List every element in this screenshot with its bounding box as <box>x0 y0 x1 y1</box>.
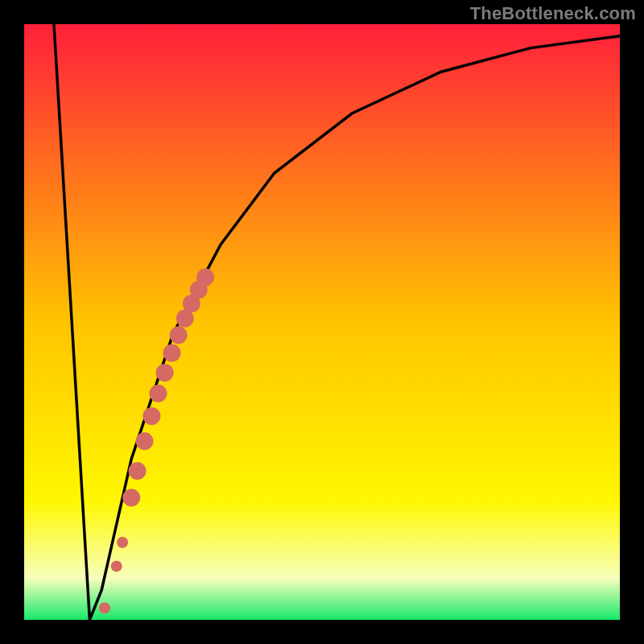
marker-dot <box>99 602 110 613</box>
gradient-background <box>24 24 620 620</box>
marker-dot <box>196 269 214 287</box>
marker-dot <box>170 326 188 344</box>
chart-stage: TheBottleneck.com <box>0 0 644 644</box>
attribution-text: TheBottleneck.com <box>470 3 636 24</box>
chart-svg <box>24 24 620 620</box>
marker-dot <box>129 462 147 480</box>
marker-dot <box>150 385 167 402</box>
marker-dot <box>142 407 160 425</box>
plot-area <box>24 24 620 620</box>
marker-dot <box>111 560 122 572</box>
marker-dot <box>117 537 128 548</box>
marker-dot <box>156 364 174 382</box>
marker-dot <box>136 432 154 450</box>
marker-dot <box>122 489 140 506</box>
marker-dot <box>163 345 181 362</box>
